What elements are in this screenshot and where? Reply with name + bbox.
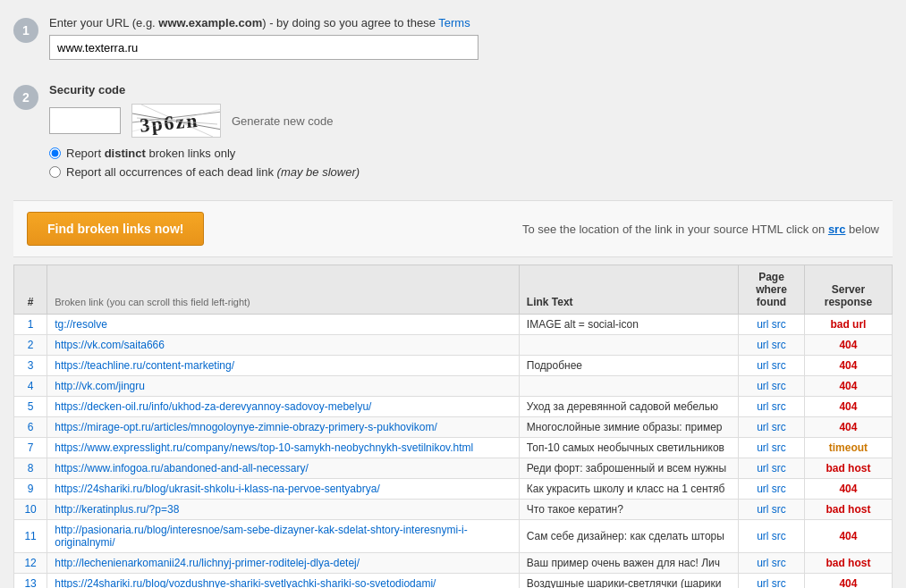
src-link[interactable]: src bbox=[772, 318, 786, 331]
row-link-text: Многослойные зимние образы: пример bbox=[519, 417, 738, 438]
row-page: url src bbox=[739, 553, 805, 574]
row-num: 9 bbox=[14, 479, 47, 500]
broken-link[interactable]: http://pasionaria.ru/blog/interesnoe/sam… bbox=[55, 524, 468, 549]
url-link[interactable]: url bbox=[757, 339, 768, 351]
broken-link[interactable]: https://decken-oil.ru/info/ukhod-za-dere… bbox=[55, 400, 371, 413]
src-link[interactable]: src bbox=[772, 359, 786, 372]
row-num-link[interactable]: 2 bbox=[28, 339, 34, 351]
row-num-link[interactable]: 9 bbox=[28, 483, 34, 495]
row-num: 7 bbox=[14, 438, 47, 458]
url-input[interactable] bbox=[49, 35, 478, 60]
broken-link[interactable]: https://mirage-opt.ru/articles/mnogoloyn… bbox=[55, 421, 436, 433]
row-num-link[interactable]: 1 bbox=[28, 318, 34, 331]
row-num: 8 bbox=[14, 458, 47, 479]
url-link[interactable]: url bbox=[757, 359, 768, 372]
table-row: 8 https://www.infogoa.ru/abandoned-and-a… bbox=[14, 458, 893, 479]
row-num: 1 bbox=[14, 315, 47, 335]
row-page: url src bbox=[739, 417, 805, 438]
row-num-link[interactable]: 13 bbox=[24, 577, 36, 588]
generate-link[interactable]: Generate new code bbox=[232, 114, 333, 128]
url-link[interactable]: url bbox=[757, 462, 768, 475]
broken-link[interactable]: tg://resolve bbox=[55, 318, 107, 331]
row-num-link[interactable]: 12 bbox=[24, 557, 36, 569]
broken-link[interactable]: https://teachline.ru/content-marketing/ bbox=[55, 359, 234, 372]
row-num: 11 bbox=[14, 520, 47, 553]
find-broken-links-button[interactable]: Find broken links now! bbox=[27, 212, 204, 246]
url-link[interactable]: url bbox=[757, 483, 768, 495]
row-num: 10 bbox=[14, 500, 47, 520]
url-link[interactable]: url bbox=[757, 530, 768, 542]
url-link[interactable]: url bbox=[757, 503, 768, 516]
src-link[interactable]: src bbox=[772, 530, 786, 542]
url-link[interactable]: url bbox=[757, 318, 768, 331]
row-num-link[interactable]: 6 bbox=[28, 421, 34, 433]
row-url: https://mirage-opt.ru/articles/mnogoloyn… bbox=[47, 417, 520, 438]
row-server-response: bad host bbox=[804, 500, 892, 520]
broken-link[interactable]: http://keratinplus.ru/?p=38 bbox=[55, 503, 179, 516]
terms-link[interactable]: Terms bbox=[438, 16, 470, 29]
row-num-link[interactable]: 11 bbox=[24, 530, 36, 542]
row-url: https://www.infogoa.ru/abandoned-and-all… bbox=[47, 458, 520, 479]
row-link-text: Сам себе дизайнер: как сделать шторы bbox=[519, 520, 738, 553]
src-link[interactable]: src bbox=[772, 483, 786, 495]
row-server-response: bad host bbox=[804, 553, 892, 574]
row-link-text: Реди форт: заброшенный и всем нужны bbox=[519, 458, 738, 479]
src-link[interactable]: src bbox=[772, 380, 786, 392]
broken-link[interactable]: http://lechenienarkomanii24.ru/lichnyj-p… bbox=[55, 557, 360, 569]
url-link[interactable]: url bbox=[757, 380, 768, 392]
table-row: 13 https://24shariki.ru/blog/vozdushnye-… bbox=[14, 574, 893, 589]
step1-label: Enter your URL (e.g. www.example.com) - … bbox=[49, 16, 893, 29]
row-num: 3 bbox=[14, 356, 47, 376]
row-page: url src bbox=[739, 397, 805, 417]
row-num-link[interactable]: 3 bbox=[28, 359, 34, 372]
row-num: 2 bbox=[14, 335, 47, 356]
row-server-response: 404 bbox=[804, 376, 892, 397]
row-page: url src bbox=[739, 520, 805, 553]
broken-link[interactable]: https://www.infogoa.ru/abandoned-and-all… bbox=[55, 462, 309, 475]
table-row: 3 https://teachline.ru/content-marketing… bbox=[14, 356, 893, 376]
src-link[interactable]: src bbox=[772, 421, 786, 433]
broken-link[interactable]: https://24shariki.ru/blog/vozdushnye-sha… bbox=[55, 577, 436, 588]
url-link[interactable]: url bbox=[757, 421, 768, 433]
row-page: url src bbox=[739, 315, 805, 335]
table-row: 9 https://24shariki.ru/blog/ukrasit-shko… bbox=[14, 479, 893, 500]
url-link[interactable]: url bbox=[757, 441, 768, 454]
row-num: 12 bbox=[14, 553, 47, 574]
row-link-text: Что такое кератин? bbox=[519, 500, 738, 520]
src-link[interactable]: src bbox=[772, 557, 786, 569]
captcha-svg: 3p6zn bbox=[132, 105, 220, 137]
row-num-link[interactable]: 7 bbox=[28, 441, 34, 454]
row-num-link[interactable]: 8 bbox=[28, 462, 34, 475]
url-link[interactable]: url bbox=[757, 557, 768, 569]
broken-link[interactable]: https://vk.com/saita666 bbox=[55, 339, 165, 351]
step2-content: Security code 3p6zn bbox=[49, 83, 893, 184]
row-num-link[interactable]: 4 bbox=[28, 380, 34, 392]
src-link[interactable]: src bbox=[828, 223, 846, 236]
row-num-link[interactable]: 5 bbox=[28, 400, 34, 413]
src-link[interactable]: src bbox=[772, 503, 786, 516]
table-row: 1 tg://resolve IMAGE alt = social-icon u… bbox=[14, 315, 893, 335]
row-num-link[interactable]: 10 bbox=[24, 503, 36, 516]
radio-all[interactable] bbox=[49, 166, 61, 178]
url-link[interactable]: url bbox=[757, 577, 768, 588]
row-num: 4 bbox=[14, 376, 47, 397]
src-link[interactable]: src bbox=[772, 462, 786, 475]
radio-distinct[interactable] bbox=[49, 147, 61, 159]
src-link[interactable]: src bbox=[772, 577, 786, 588]
row-url: http://pasionaria.ru/blog/interesnoe/sam… bbox=[47, 520, 520, 553]
row-url: https://24shariki.ru/blog/ukrasit-shkolu… bbox=[47, 479, 520, 500]
broken-link[interactable]: http://vk.com/jingru bbox=[55, 380, 145, 392]
captcha-input[interactable] bbox=[49, 107, 121, 134]
url-link[interactable]: url bbox=[757, 400, 768, 413]
row-page: url src bbox=[739, 356, 805, 376]
th-link-text: Link Text bbox=[519, 265, 738, 315]
radio-row-2: Report all occurrences of each dead link… bbox=[49, 165, 893, 179]
row-url: https://24shariki.ru/blog/vozdushnye-sha… bbox=[47, 574, 520, 589]
table-row: 2 https://vk.com/saita666 url src 404 bbox=[14, 335, 893, 356]
results-table: # Broken link (you can scroll this field… bbox=[13, 265, 893, 588]
src-link[interactable]: src bbox=[772, 339, 786, 351]
broken-link[interactable]: https://www.expresslight.ru/company/news… bbox=[55, 441, 473, 454]
broken-link[interactable]: https://24shariki.ru/blog/ukrasit-shkolu… bbox=[55, 483, 380, 495]
src-link[interactable]: src bbox=[772, 441, 786, 454]
src-link[interactable]: src bbox=[772, 400, 786, 413]
